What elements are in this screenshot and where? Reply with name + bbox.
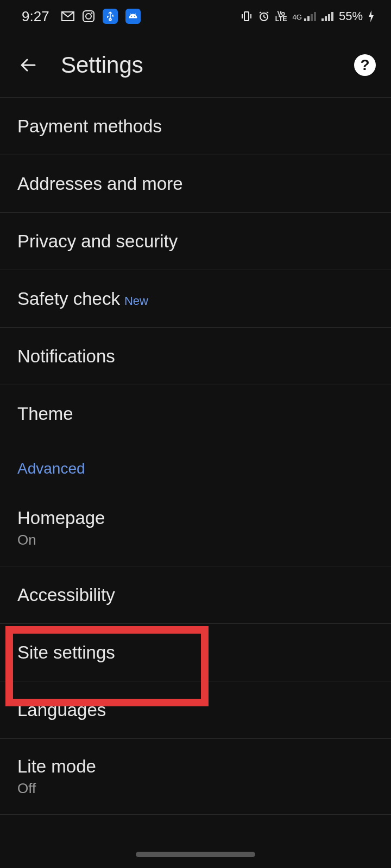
status-left: 9:27 — [22, 8, 141, 25]
item-accessibility[interactable]: Accessibility — [0, 566, 391, 624]
page-title: Settings — [61, 52, 354, 78]
item-label: Homepage — [17, 508, 374, 528]
battery-text: 55% — [339, 9, 363, 23]
alarm-icon — [258, 10, 270, 22]
4g-signal-icon: 4G — [293, 11, 316, 21]
item-label: Accessibility — [17, 585, 374, 605]
settings-list: Payment methods Addresses and more Priva… — [0, 98, 391, 815]
instagram-icon — [82, 10, 95, 23]
volte-icon: VoLTE — [275, 11, 287, 22]
status-right: VoLTE 4G 55% — [241, 9, 375, 23]
item-sublabel: On — [17, 532, 374, 548]
vibrate-icon — [241, 10, 253, 22]
header: Settings ? — [0, 33, 391, 98]
charging-icon — [368, 10, 375, 22]
item-languages[interactable]: Languages — [0, 681, 391, 739]
arrow-left-icon — [17, 54, 39, 76]
item-addresses[interactable]: Addresses and more — [0, 155, 391, 213]
svg-point-3 — [131, 16, 132, 17]
item-theme[interactable]: Theme — [0, 385, 391, 443]
signal-icon — [321, 11, 333, 21]
item-sublabel: Off — [17, 780, 374, 797]
back-button[interactable] — [15, 52, 41, 78]
svg-point-2 — [91, 12, 92, 14]
item-privacy[interactable]: Privacy and security — [0, 213, 391, 270]
item-label: Site settings — [17, 642, 374, 663]
help-button[interactable]: ? — [354, 54, 376, 76]
svg-point-4 — [134, 16, 135, 17]
new-badge: New — [124, 294, 148, 308]
item-label: Safety check New — [17, 289, 374, 309]
status-bar: 9:27 VoLTE 4G 55% — [0, 0, 391, 33]
item-label: Privacy and security — [17, 231, 374, 252]
item-label: Languages — [17, 700, 374, 720]
usb-icon — [103, 9, 118, 24]
item-safety-check[interactable]: Safety check New — [0, 270, 391, 328]
section-advanced: Advanced — [0, 443, 391, 490]
item-payment-methods[interactable]: Payment methods — [0, 98, 391, 155]
item-label: Lite mode — [17, 756, 374, 777]
question-mark-icon: ? — [360, 56, 369, 74]
navigation-bar — [0, 841, 391, 868]
item-label: Theme — [17, 404, 374, 424]
gmail-icon — [61, 11, 74, 21]
svg-point-1 — [86, 14, 91, 19]
item-label: Addresses and more — [17, 174, 374, 194]
status-time: 9:27 — [22, 8, 49, 25]
android-icon — [125, 9, 141, 24]
svg-rect-5 — [244, 12, 249, 21]
item-homepage[interactable]: Homepage On — [0, 490, 391, 566]
home-gesture-handle[interactable] — [136, 852, 255, 857]
item-notifications[interactable]: Notifications — [0, 328, 391, 385]
item-lite-mode[interactable]: Lite mode Off — [0, 739, 391, 815]
item-site-settings[interactable]: Site settings — [0, 624, 391, 681]
item-label: Notifications — [17, 346, 374, 367]
item-label: Payment methods — [17, 116, 374, 137]
